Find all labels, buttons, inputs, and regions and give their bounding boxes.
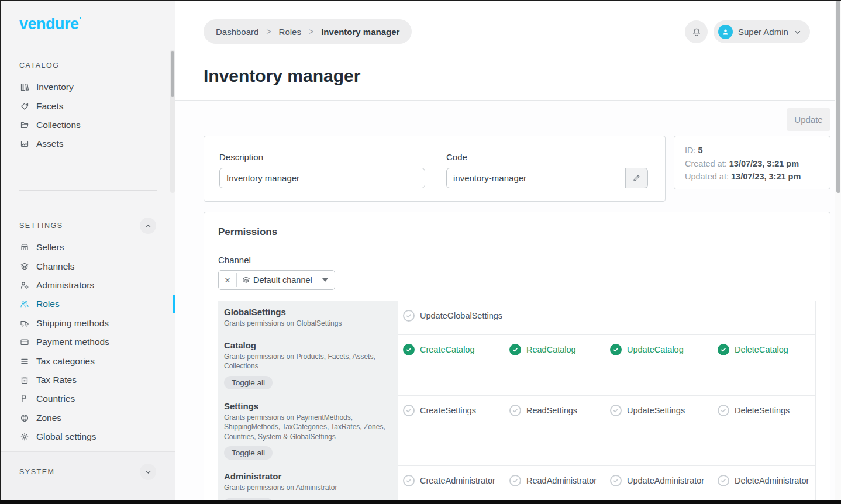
code-input[interactable] (446, 168, 626, 188)
permission-label: ReadCatalog (526, 345, 576, 354)
permission-category: Catalog Grants permissions on Products, … (218, 334, 398, 395)
sidebar-item-facets[interactable]: Facets (0, 96, 175, 115)
remove-channel-button[interactable]: ✕ (219, 276, 236, 285)
gear-icon (19, 432, 29, 441)
permission-checkbox[interactable]: ReadSettings (509, 405, 610, 416)
checkbox-circle-icon (403, 405, 415, 416)
sidebar-item-assets[interactable]: Assets (0, 134, 175, 153)
sidebar-item-label: Payment methods (36, 337, 109, 347)
checkbox-circle-icon (509, 405, 521, 416)
description-input[interactable] (219, 168, 425, 188)
edit-code-button[interactable] (626, 168, 648, 188)
permission-checkbox[interactable]: DeleteSettings (718, 405, 815, 416)
permission-checkbox[interactable]: CreateCatalog (403, 344, 509, 355)
permission-checkbox[interactable]: ReadAdministrator (509, 475, 610, 486)
permission-checkbox[interactable]: DeleteAdministrator (718, 475, 815, 486)
sidebar-item-roles[interactable]: Roles (0, 295, 175, 313)
sidebar-item-global-settings[interactable]: Global settings (0, 427, 175, 446)
toggle-all-button[interactable]: Toggle all (224, 376, 273, 389)
vendure-logo[interactable]: vendure' (19, 15, 81, 33)
sidebar-item-label: Channels (36, 261, 75, 272)
calculator-icon (19, 375, 29, 385)
sidebar-section-system: SYSTEM (0, 451, 175, 504)
toggle-all-button[interactable]: Toggle all (224, 446, 273, 460)
breadcrumb-roles[interactable]: Roles (279, 27, 301, 37)
admin-user-gear-icon (19, 281, 29, 290)
sidebar-item-administrators[interactable]: Administrators (0, 276, 175, 295)
truck-icon (19, 319, 29, 328)
sidebar-item-label: Inventory (36, 82, 74, 92)
tag-icon (19, 102, 29, 111)
sidebar-item-tax-rates[interactable]: Tax Rates (0, 371, 175, 389)
pencil-icon (632, 174, 641, 182)
permission-checkbox[interactable]: UpdateGlobalSettings (403, 310, 509, 322)
permission-label: CreateCatalog (420, 345, 475, 354)
permission-checkbox[interactable]: CreateAdministrator (403, 475, 509, 486)
sidebar-scrollbar[interactable] (170, 50, 175, 193)
category-description: Grants permissions on Administrator (224, 483, 389, 493)
permission-label: DeleteAdministrator (735, 476, 809, 485)
permission-checkbox[interactable]: UpdateSettings (610, 405, 718, 416)
users-icon (19, 299, 29, 309)
system-expand-button[interactable] (140, 464, 156, 480)
category-description: Grants permissions on Products, Facets, … (224, 352, 389, 371)
permission-checkbox[interactable]: ReadCatalog (509, 344, 610, 355)
entity-updated-row: Updated at: 13/07/23, 3:21 pm (685, 170, 819, 184)
permission-checkbox[interactable]: CreateSettings (403, 405, 509, 416)
sidebar-item-collections[interactable]: Collections (0, 116, 175, 134)
window-edge (0, 0, 841, 1)
flag-icon (19, 394, 29, 403)
channel-select[interactable]: ✕ Default channel (218, 270, 335, 290)
sidebar-item-channels[interactable]: Channels (0, 257, 175, 275)
layers-icon (242, 276, 250, 284)
settings-collapse-button[interactable] (140, 218, 156, 234)
page-scrollbar[interactable] (835, 0, 841, 504)
category-name: Catalog (224, 340, 389, 350)
breadcrumb: Dashboard > Roles > Inventory manager (204, 19, 412, 44)
user-menu-button[interactable]: Super Admin (714, 20, 810, 43)
bell-icon (691, 27, 702, 37)
chevron-right-icon: > (266, 27, 271, 36)
sidebar-item-label: Assets (36, 139, 64, 149)
sidebar-item-inventory[interactable]: Inventory (0, 78, 175, 96)
credit-card-icon (19, 337, 29, 347)
sidebar-item-zones[interactable]: Zones (0, 409, 175, 427)
sidebar-item-shipping-methods[interactable]: Shipping methods (0, 314, 175, 333)
permission-label: UpdateAdministrator (627, 476, 704, 485)
update-button[interactable]: Update (787, 108, 830, 131)
category-description: Grants permissions on GlobalSettings (224, 319, 389, 329)
category-name: Settings (224, 401, 389, 411)
entity-created-row: Created at: 13/07/23, 3:21 pm (685, 157, 819, 171)
permission-checkbox[interactable]: UpdateAdministrator (610, 475, 718, 486)
inventory-books-icon (19, 82, 29, 92)
permission-category: GlobalSettings Grants permissions on Glo… (218, 301, 398, 334)
sidebar-item-label: Global settings (36, 431, 96, 442)
sidebar-scrollbar-thumb[interactable] (171, 51, 174, 97)
checkbox-circle-icon (718, 344, 729, 355)
checkbox-circle-icon (610, 475, 622, 486)
sidebar-item-sellers[interactable]: Sellers (0, 238, 175, 257)
notifications-button[interactable] (685, 20, 708, 43)
sidebar-item-tax-categories[interactable]: Tax categories (0, 351, 175, 370)
page-scrollbar-thumb[interactable] (836, 0, 840, 193)
breadcrumb-dashboard[interactable]: Dashboard (216, 27, 258, 37)
main-content: Dashboard > Roles > Inventory manager Su… (175, 0, 841, 504)
category-name: GlobalSettings (224, 307, 389, 317)
sidebar-item-payment-methods[interactable]: Payment methods (0, 333, 175, 351)
permission-checkbox[interactable]: UpdateCatalog (610, 344, 718, 355)
permission-checkbox[interactable]: DeleteCatalog (718, 344, 815, 355)
sidebar-item-countries[interactable]: Countries (0, 389, 175, 408)
chevron-down-icon (144, 468, 152, 476)
permission-label: DeleteCatalog (735, 345, 788, 354)
checkbox-circle-icon (610, 405, 622, 416)
checkbox-circle-icon (403, 344, 415, 355)
system-section-label: SYSTEM (0, 464, 175, 480)
sidebar-item-label: Roles (36, 299, 60, 309)
page-header: Dashboard > Roles > Inventory manager Su… (175, 0, 841, 101)
permission-label: UpdateCatalog (627, 345, 684, 354)
entity-info-card: ID: 5 Created at: 13/07/23, 3:21 pm Upda… (674, 136, 830, 189)
sidebar-item-label: Collections (36, 120, 81, 130)
permissions-heading: Permissions (218, 226, 816, 238)
permission-category: Settings Grants permissions on PaymentMe… (218, 395, 398, 466)
entity-id-row: ID: 5 (685, 144, 819, 157)
